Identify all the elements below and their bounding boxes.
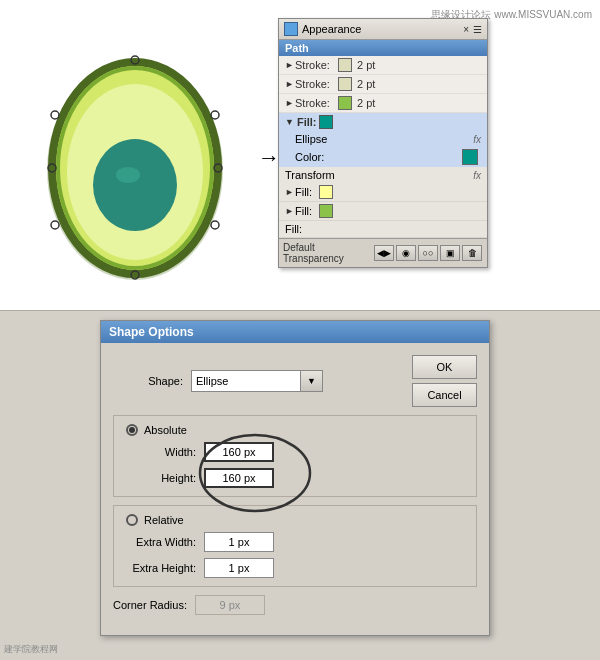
avocado-illustration [30,30,250,290]
stroke-arrow-2: ► [285,79,295,89]
svg-point-6 [116,167,140,183]
fill-color-main [319,115,333,129]
svg-point-13 [211,111,219,119]
fill-row-label-3: Fill: [285,223,302,235]
shape-label: Shape: [113,375,183,387]
fx-label-2[interactable]: fx [473,170,481,181]
fill-rows: ► Fill: ► Fill: Fill: [279,183,487,238]
fx-label-1[interactable]: fx [473,134,481,145]
stroke-row-1[interactable]: ► Stroke: 2 pt [279,56,487,75]
absolute-label: Absolute [144,424,187,436]
fill-row-arrow-2: ► [285,206,295,216]
fill-label: Fill: [297,116,317,128]
panel-icon [284,22,298,36]
svg-point-12 [51,221,59,229]
stroke-value-3: 2 pt [357,97,375,109]
arrow-indicator: → [258,145,280,171]
ellipse-label: Ellipse [295,133,327,145]
ellipse-sub-row[interactable]: Ellipse fx [279,131,487,147]
dialog-titlebar: Shape Options [101,321,489,343]
extra-height-label: Extra Height: [126,562,196,574]
absolute-section: Absolute Width: Height: [113,415,477,497]
ok-button[interactable]: OK [412,355,477,379]
width-label: Width: [126,446,196,458]
panel-close-btn[interactable]: × [463,24,469,35]
stroke-row-3[interactable]: ► Stroke: 2 pt [279,94,487,113]
path-label: Path [285,42,309,54]
extra-width-row: Extra Width: [126,532,464,552]
shape-select-input[interactable] [191,370,301,392]
extra-height-input[interactable] [204,558,274,578]
absolute-radio-row[interactable]: Absolute [126,424,464,436]
svg-point-14 [211,221,219,229]
stroke-row-2[interactable]: ► Stroke: 2 pt [279,75,487,94]
corner-radius-row: Corner Radius: [113,595,477,615]
relative-section: Relative Extra Width: Extra Height: [113,505,477,587]
footer-btn-4[interactable]: ▣ [440,245,460,261]
transform-label: Transform [285,169,335,181]
corner-radius-label: Corner Radius: [113,599,187,611]
panel-path-header: Path [279,40,487,56]
fill-row-1[interactable]: ► Fill: [279,183,487,202]
extra-width-input[interactable] [204,532,274,552]
color-label: Color: [295,151,324,163]
fill-header[interactable]: ▼ Fill: [279,113,487,131]
absolute-radio[interactable] [126,424,138,436]
height-row: Height: [126,468,464,488]
fill-row-2[interactable]: ► Fill: [279,202,487,221]
stroke-label-2: Stroke: [295,78,335,90]
corner-radius-input [195,595,265,615]
fill-expand-arrow: ▼ [285,117,294,127]
panel-footer: Default Transparency ◀▶ ◉ ○○ ▣ 🗑 [279,238,487,267]
height-label: Height: [126,472,196,484]
svg-point-11 [51,111,59,119]
dialog-body: Shape: ▼ OK Cancel Absolute Width: Heigh… [101,343,489,635]
stroke-label-1: Stroke: [295,59,335,71]
panel-title: Appearance [302,23,361,35]
relative-label: Relative [144,514,184,526]
stroke-color-2 [338,77,352,91]
appearance-panel: Appearance × ☰ Path ► Stroke: 2 pt ► Str… [278,18,488,268]
stroke-arrow-1: ► [285,60,295,70]
footer-btn-3[interactable]: ○○ [418,245,438,261]
svg-point-5 [93,139,177,231]
avocado-svg [30,30,240,295]
footer-btn-2[interactable]: ◉ [396,245,416,261]
fill-row-arrow-1: ► [285,187,295,197]
stroke-value-1: 2 pt [357,59,375,71]
fill-row-3[interactable]: Fill: [279,221,487,238]
shape-dropdown-arrow[interactable]: ▼ [301,370,323,392]
panel-menu-icon[interactable]: ☰ [473,24,482,35]
relative-radio[interactable] [126,514,138,526]
relative-radio-row[interactable]: Relative [126,514,464,526]
stroke-arrow-3: ► [285,98,295,108]
fill-row-label-1: Fill: [295,186,312,198]
color-swatch-teal[interactable] [462,149,478,165]
shape-row: Shape: ▼ OK Cancel [113,355,477,407]
footer-btn-trash[interactable]: 🗑 [462,245,482,261]
panel-titlebar: Appearance × ☰ [279,19,487,40]
shape-options-dialog: Shape Options Shape: ▼ OK Cancel Absolut… [100,320,490,636]
watermark-bottom: 建学院教程网 [4,643,58,656]
footer-btn-1[interactable]: ◀▶ [374,245,394,261]
cancel-button[interactable]: Cancel [412,383,477,407]
transform-row[interactable]: Transform fx [279,167,487,183]
top-section: 思缘设计论坛 www.MISSVUAN.com [0,0,600,310]
stroke-color-1 [338,58,352,72]
width-input[interactable] [204,442,274,462]
fill-row-label-2: Fill: [295,205,312,217]
dialog-title: Shape Options [109,325,194,339]
fill-color-green [319,204,333,218]
stroke-color-3 [338,96,352,110]
height-input[interactable] [204,468,274,488]
stroke-value-2: 2 pt [357,78,375,90]
width-row: Width: [126,442,464,462]
fill-color-yellow [319,185,333,199]
extra-width-label: Extra Width: [126,536,196,548]
stroke-label-3: Stroke: [295,97,335,109]
footer-transparency-text: Default Transparency [283,242,373,264]
color-sub-row[interactable]: Color: [279,147,487,167]
extra-height-row: Extra Height: [126,558,464,578]
divider [0,310,600,318]
